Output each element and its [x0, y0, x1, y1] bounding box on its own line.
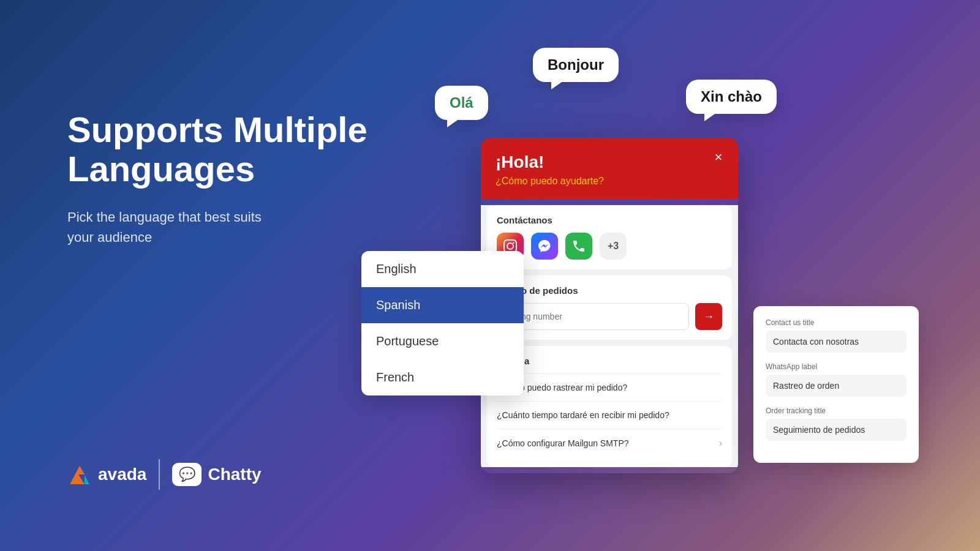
avada-icon: [67, 462, 92, 487]
chatty-brand: Chatty: [172, 463, 261, 486]
lang-french[interactable]: French: [361, 359, 524, 395]
avada-brand: avada: [67, 462, 146, 487]
contact-us-title-label: Contact us title: [766, 318, 907, 327]
social-icons-row: +3: [497, 233, 722, 260]
faq-arrow-icon: ›: [719, 438, 722, 449]
speech-bubble-ola: Olá: [435, 86, 488, 120]
language-dropdown: English Spanish Portuguese French: [361, 251, 524, 395]
tracking-title: miento de pedidos: [497, 285, 722, 296]
tracking-input-row: →: [497, 303, 722, 330]
order-tracking-label: Order tracking title: [766, 407, 907, 415]
phone-icon[interactable]: [565, 233, 592, 260]
brand-divider: [159, 459, 160, 490]
faq-item-3[interactable]: ¿Cómo configurar Mailgun SMTP? ›: [497, 429, 722, 457]
lang-spanish[interactable]: Spanish: [361, 287, 524, 323]
translation-panel: Contact us title Contacta con nosotras W…: [753, 306, 919, 463]
left-section: Supports Multiple Languages Pick the lan…: [67, 110, 368, 247]
help-title: r ayuda: [497, 356, 722, 366]
speech-bubble-xinchao: Xin chào: [686, 80, 777, 114]
tracking-submit-button[interactable]: →: [695, 303, 722, 330]
contact-section: Contáctanos: [487, 205, 732, 269]
whatsapp-label-value: Rastreo de orden: [766, 375, 907, 397]
order-tracking-row: Order tracking title Seguimiento de pedi…: [766, 407, 907, 441]
svg-marker-0: [70, 466, 85, 484]
whatsapp-label-row: WhatsApp label Rastreo de orden: [766, 362, 907, 397]
contact-us-title-value: Contacta con nosotras: [766, 331, 907, 353]
svg-rect-2: [504, 240, 516, 252]
speech-bubble-bonjour: Bonjour: [533, 48, 619, 82]
lang-portuguese[interactable]: Portuguese: [361, 323, 524, 359]
svg-point-4: [513, 242, 514, 243]
chat-close-button[interactable]: ×: [710, 149, 727, 166]
subtitle: Pick the language that best suits your a…: [67, 207, 368, 247]
chat-greeting: ¡Hola!: [496, 152, 723, 172]
contact-us-title-row: Contact us title Contacta con nosotras: [766, 318, 907, 353]
chat-subtitle: ¿Cómo puedo ayudarte?: [496, 176, 723, 187]
help-section: r ayuda ¿Cómo puedo rastrear mi pedido? …: [487, 346, 732, 467]
whatsapp-label-label: WhatsApp label: [766, 362, 907, 371]
faq-item-2[interactable]: ¿Cuánto tiempo tardaré en recibir mi ped…: [497, 401, 722, 429]
contact-title: Contáctanos: [497, 215, 722, 225]
tracking-number-input[interactable]: [497, 303, 689, 330]
chat-header: ¡Hola! ¿Cómo puedo ayudarte? ×: [481, 138, 738, 199]
faq-item-1[interactable]: ¿Cómo puedo rastrear mi pedido?: [497, 373, 722, 401]
chatty-icon: [172, 463, 202, 486]
main-title: Supports Multiple Languages: [67, 110, 368, 189]
tracking-section: miento de pedidos →: [487, 276, 732, 340]
svg-point-3: [507, 243, 513, 249]
order-tracking-value: Seguimiento de pedidos: [766, 419, 907, 441]
more-channels-button[interactable]: +3: [600, 233, 627, 260]
lang-english[interactable]: English: [361, 251, 524, 287]
messenger-icon[interactable]: [531, 233, 558, 260]
brand-section: avada Chatty: [67, 459, 262, 490]
